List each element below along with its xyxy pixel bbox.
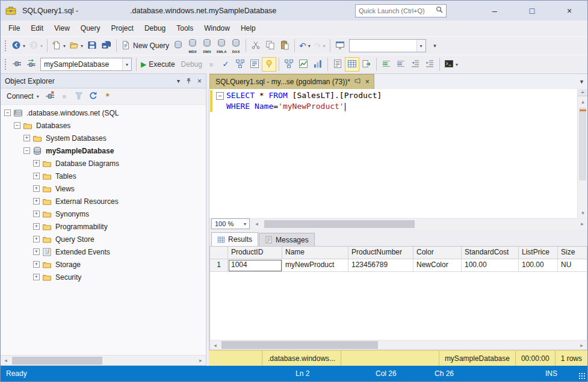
tree-item-extended-events[interactable]: +Extended Events <box>1 245 206 258</box>
menu-help[interactable]: Help <box>235 22 261 35</box>
results-grid[interactable]: ProductIDNameProductNumberColorStandardC… <box>209 246 587 340</box>
cut-button[interactable] <box>249 39 263 53</box>
grid-cell[interactable]: 100.00 <box>462 259 519 272</box>
menu-edit[interactable]: Edit <box>25 22 49 35</box>
results-hscrollbar[interactable]: ◂ ▸ <box>209 340 587 350</box>
new-query-button[interactable]: New Query <box>119 39 171 53</box>
analysis-services-dmx-query-button[interactable]: DMX <box>200 37 214 55</box>
filter-button[interactable] <box>72 90 85 103</box>
debug-button[interactable]: Debug <box>177 57 204 72</box>
stop-button[interactable]: ■ <box>204 57 218 72</box>
expand-toggle[interactable]: + <box>33 198 40 205</box>
expand-toggle[interactable]: + <box>33 185 40 192</box>
chevron-down-icon[interactable]: ▾ <box>416 40 426 52</box>
tree-item-tables[interactable]: +Tables <box>1 170 206 182</box>
menu-file[interactable]: File <box>3 22 25 35</box>
grid-cell[interactable]: NewColor <box>413 259 462 272</box>
toolbar-grip[interactable] <box>4 40 7 52</box>
code-line[interactable]: WHERE Name='myNewProduct' <box>209 101 577 112</box>
decrease-indent-button[interactable] <box>408 57 422 72</box>
collapse-toggle[interactable]: − <box>14 122 20 129</box>
window-position-icon[interactable]: ▾ <box>177 78 180 84</box>
results-to-file-button[interactable] <box>359 57 374 72</box>
title-bar[interactable]: SQLQuery1.sql - .database.windows.net.my… <box>1 1 587 20</box>
script-wizard-button[interactable]: * <box>101 90 114 103</box>
open-file-button[interactable]: ▾ <box>67 39 85 53</box>
tree-item-system-databases[interactable]: +System Databases <box>1 132 206 144</box>
tree-item-programmability[interactable]: +Programmability <box>1 220 206 233</box>
uncomment-selected-lines-button[interactable] <box>394 57 408 72</box>
close-icon[interactable]: × <box>197 77 202 85</box>
tree-item-database-diagrams[interactable]: +Database Diagrams <box>1 157 206 170</box>
tab-list-dropdown-icon[interactable]: ▼ <box>579 79 584 85</box>
scroll-right-icon[interactable]: ▸ <box>196 356 206 366</box>
quick-launch[interactable] <box>355 4 447 17</box>
editor-split-handle[interactable]: ÷ <box>578 89 587 96</box>
tab-results[interactable]: Results <box>211 232 258 246</box>
undo-button[interactable]: ↶▾ <box>297 39 312 53</box>
tab-messages[interactable]: Messages <box>259 233 315 246</box>
expand-toggle[interactable]: + <box>33 274 40 280</box>
expand-toggle[interactable]: + <box>33 211 40 217</box>
tree-item-mysampledatabase[interactable]: −mySampleDatabase <box>1 144 206 157</box>
pin-icon[interactable] <box>185 78 192 84</box>
redo-button[interactable]: ↷▾ <box>312 39 327 53</box>
connect-dropdown[interactable]: Connect ▾ <box>4 91 42 102</box>
grid-cell[interactable]: 123456789 <box>348 259 413 272</box>
include-live-query-statistics-button[interactable] <box>296 57 311 72</box>
grid-cell[interactable]: 1004 <box>228 259 282 272</box>
comment-out-selected-lines-button[interactable] <box>379 57 394 72</box>
expand-toggle[interactable]: + <box>33 261 40 268</box>
tree-item-security[interactable]: +Security <box>1 271 206 283</box>
toolbar-options-button[interactable]: ▾ <box>428 39 442 53</box>
save-button[interactable] <box>85 39 99 53</box>
scroll-left-icon[interactable]: ◂ <box>252 219 262 229</box>
query-options-button[interactable] <box>247 57 262 72</box>
disconnect-button[interactable] <box>43 90 57 103</box>
scroll-track[interactable] <box>220 340 577 350</box>
sql-editor[interactable]: −SELECT * FROM [SalesLT].[Product]WHERE … <box>209 89 587 218</box>
expand-toggle[interactable]: + <box>33 223 40 230</box>
expand-toggle[interactable]: + <box>33 160 40 167</box>
menu-tools[interactable]: Tools <box>171 22 199 35</box>
resize-grip[interactable] <box>578 372 586 380</box>
scroll-right-icon[interactable]: ▸ <box>577 219 587 229</box>
analysis-services-mdx-query-button[interactable]: MDX <box>185 37 200 55</box>
tree-item-views[interactable]: +Views <box>1 182 206 195</box>
database-engine-query-button[interactable] <box>171 39 185 53</box>
navigate-backward-button[interactable]: ▾ <box>10 39 27 53</box>
collapse-region-toggle[interactable]: − <box>216 92 224 100</box>
column-header-size[interactable]: Size <box>558 247 587 259</box>
menu-query[interactable]: Query <box>75 22 106 35</box>
scroll-thumb[interactable] <box>221 341 378 349</box>
connect-button[interactable] <box>10 57 24 72</box>
paste-button[interactable] <box>277 39 292 53</box>
copy-button[interactable] <box>263 39 277 53</box>
expand-toggle[interactable]: + <box>23 135 30 141</box>
sqlcmd-mode-button[interactable]: ▾ <box>442 57 460 72</box>
scroll-thumb[interactable] <box>264 220 415 228</box>
save-all-button[interactable] <box>99 39 114 53</box>
pin-icon[interactable] <box>354 78 361 86</box>
tree-item-external-resources[interactable]: +External Resources <box>1 195 206 208</box>
column-header-productid[interactable]: ProductID <box>228 247 282 259</box>
scroll-down-icon[interactable]: ▾ <box>578 208 588 218</box>
find-combo[interactable]: ▾ <box>349 39 426 52</box>
chevron-down-icon[interactable]: ▾ <box>122 58 131 70</box>
execute-button[interactable]: ▶Execute <box>139 57 177 72</box>
available-databases[interactable]: mySampleDatabase▾ <box>40 58 132 71</box>
toolbar-grip[interactable] <box>4 58 7 70</box>
menu-debug[interactable]: Debug <box>139 22 171 35</box>
analysis-services-dax-query-button[interactable]: DAX <box>229 37 243 55</box>
grid-cell[interactable]: 100.00 <box>519 259 558 272</box>
navigate-forward-button[interactable]: ▾ <box>27 39 45 53</box>
stop-process-button[interactable]: ■ <box>58 90 71 103</box>
parse-button[interactable]: ✓ <box>218 57 233 72</box>
close-button[interactable]: × <box>556 3 583 19</box>
code-line[interactable]: −SELECT * FROM [SalesLT].[Product] <box>209 90 577 101</box>
scroll-left-icon[interactable]: ◂ <box>210 340 220 350</box>
display-estimated-execution-plan-button[interactable] <box>233 57 247 72</box>
zoom-select[interactable]: 100 % ▾ <box>211 218 250 229</box>
collapse-toggle[interactable]: − <box>4 109 11 116</box>
column-header-color[interactable]: Color <box>413 247 462 259</box>
